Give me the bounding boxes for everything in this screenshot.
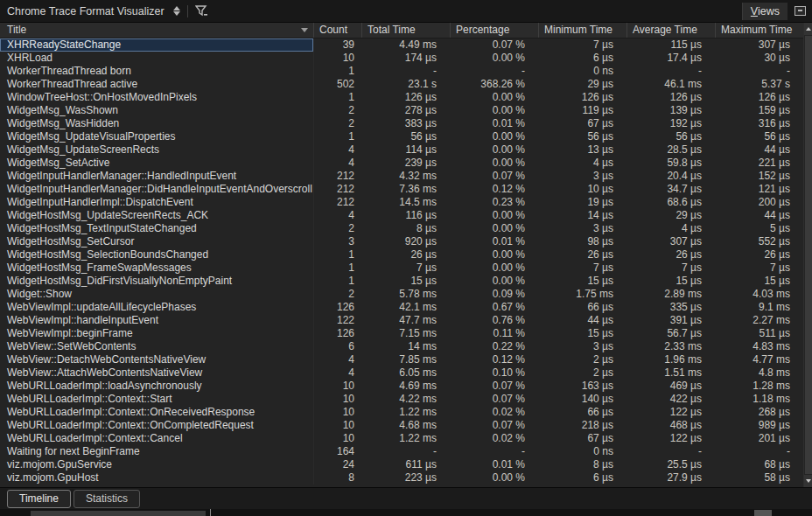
cell-minimum-time: 44 µs: [538, 314, 626, 327]
cell-minimum-time: 67 µs: [538, 432, 626, 445]
cell-title: WebView::AttachWebContentsNativeView: [0, 366, 313, 380]
cell-total-time: 920 µs: [361, 235, 450, 248]
cell-minimum-time: 4 µs: [538, 157, 626, 170]
cell-percentage: 0.09 %: [450, 288, 538, 301]
cell-total-time: 4.22 ms: [361, 393, 450, 406]
cell-minimum-time: 10 µs: [538, 183, 626, 196]
cell-count: 1: [313, 248, 361, 261]
table-row[interactable]: WidgetMsg_UpdateVisualProperties156 µs0.…: [0, 130, 803, 143]
table-row[interactable]: WorkerThreadThread born1--0 ns--: [0, 65, 803, 78]
cell-count: 24: [313, 458, 361, 471]
table-row[interactable]: WidgetInputHandlerManager::DidHandleInpu…: [0, 183, 803, 196]
cell-maximum-time: -: [715, 65, 803, 78]
column-header-total-time[interactable]: Total Time: [361, 23, 450, 38]
table-row[interactable]: Widget::Show25.78 ms0.09 %1.75 ms2.89 ms…: [0, 288, 803, 301]
statistics-table: Title Count Total Time Percentage Minimu…: [0, 23, 803, 487]
cell-minimum-time: 163 µs: [538, 380, 626, 393]
filter-icon[interactable]: [195, 5, 209, 17]
scroll-down-button[interactable]: [804, 475, 812, 487]
table-row[interactable]: XHRLoad10174 µs0.00 %6 µs17.4 µs30 µs: [0, 52, 803, 65]
cell-count: 212: [313, 170, 361, 183]
table-row[interactable]: WidgetMsg_WasShown2278 µs0.00 %119 µs139…: [0, 104, 803, 117]
table-row[interactable]: WebURLLoaderImpl::loadAsynchronously104.…: [0, 380, 803, 393]
cell-total-time: 47.7 ms: [361, 314, 450, 327]
cell-maximum-time: -: [715, 445, 803, 458]
table-row[interactable]: WebView::DetachWebContentsNativeView47.8…: [0, 353, 803, 366]
table-row[interactable]: WebViewImpl::handleInputEvent12247.7 ms0…: [0, 314, 803, 327]
cell-average-time: 15 µs: [626, 275, 715, 288]
table-row[interactable]: viz.mojom.GpuService24611 µs0.01 %8 µs25…: [0, 458, 803, 471]
cell-total-time: 6.05 ms: [361, 366, 450, 380]
cell-average-time: -: [626, 445, 715, 458]
table-row[interactable]: WindowTreeHost::OnHostMovedInPixels1126 …: [0, 91, 803, 104]
toolbar-divider: [187, 5, 188, 17]
table-row[interactable]: WidgetHostMsg_DidFirstVisuallyNonEmptyPa…: [0, 275, 803, 288]
table-row[interactable]: XHRReadyStateChange394.49 ms0.07 %7 µs11…: [0, 38, 803, 52]
views-button[interactable]: Views: [742, 3, 788, 20]
table-row[interactable]: WebView::AttachWebContentsNativeView46.0…: [0, 366, 803, 380]
cell-maximum-time: 58 µs: [715, 471, 803, 485]
column-header-maximum-time[interactable]: Maximum Time: [715, 23, 803, 38]
scroll-up-button[interactable]: [804, 23, 812, 35]
cell-average-time: 139 µs: [626, 104, 715, 117]
table-row[interactable]: WebViewImpl::updateAllLifecyclePhases126…: [0, 301, 803, 314]
table-row[interactable]: WidgetHostMsg_TextInputStateChanged28 µs…: [0, 222, 803, 235]
cell-average-time: 46.1 ms: [626, 78, 715, 91]
cell-maximum-time: 316 µs: [715, 117, 803, 130]
cell-maximum-time: 307 µs: [715, 38, 803, 52]
cell-count: 212: [313, 196, 361, 209]
table-row[interactable]: WebURLLoaderImpl::Context::OnCompletedRe…: [0, 419, 803, 432]
column-header-average-time[interactable]: Average Time: [626, 23, 715, 38]
bottom-divider: [210, 509, 211, 516]
cell-minimum-time: 56 µs: [538, 130, 626, 143]
cell-maximum-time: 44 µs: [715, 209, 803, 222]
cell-title: WebURLLoaderImpl::Context::Cancel: [0, 432, 313, 445]
cell-total-time: 5.78 ms: [361, 288, 450, 301]
table-row[interactable]: WidgetMsg_UpdateScreenRects4114 µs0.00 %…: [0, 143, 803, 157]
column-header-count[interactable]: Count: [313, 23, 361, 38]
table-row[interactable]: WidgetHostMsg_SetCursor3920 µs0.01 %98 µ…: [0, 235, 803, 248]
table-row[interactable]: WidgetHostMsg_SelectionBoundsChanged126 …: [0, 248, 803, 261]
cell-percentage: 0.00 %: [450, 248, 538, 261]
table-row[interactable]: WidgetMsg_WasHidden2383 µs0.01 %67 µs192…: [0, 117, 803, 130]
cell-average-time: 122 µs: [626, 432, 715, 445]
toolbar: Chrome Trace Format Visualizer Views: [0, 0, 812, 23]
horizontal-scrollbar-thumb[interactable]: [31, 511, 206, 516]
bottom-panel-strip: [0, 509, 812, 516]
tab-timeline[interactable]: Timeline: [7, 490, 71, 508]
cell-maximum-time: 126 µs: [715, 91, 803, 104]
panel-title: Chrome Trace Format Visualizer: [0, 5, 164, 17]
table-row[interactable]: WidgetHostMsg_UpdateScreenRects_ACK4116 …: [0, 209, 803, 222]
vertical-scrollbar[interactable]: [803, 23, 812, 487]
table-row[interactable]: WebURLLoaderImpl::Context::Cancel101.22 …: [0, 432, 803, 445]
table-row[interactable]: WidgetInputHandlerImpl::DispatchEvent212…: [0, 196, 803, 209]
table-row[interactable]: WidgetHostMsg_FrameSwapMessages17 µs0.00…: [0, 261, 803, 275]
table-row[interactable]: WebViewImpl::beginFrame1267.15 ms0.11 %1…: [0, 327, 803, 340]
table-row[interactable]: viz.mojom.GpuHost8223 µs0.00 %6 µs27.9 µ…: [0, 471, 803, 485]
sort-descending-icon: [301, 28, 308, 32]
table-row[interactable]: WebURLLoaderImpl::Context::Start104.22 m…: [0, 393, 803, 406]
table-row[interactable]: WidgetInputHandlerManager::HandledInputE…: [0, 170, 803, 183]
column-header-title[interactable]: Title: [0, 23, 313, 38]
cell-average-time: 26 µs: [626, 248, 715, 261]
table-row[interactable]: Waiting for next BeginFrame164--0 ns--: [0, 445, 803, 458]
cell-title: Widget::Show: [0, 288, 313, 301]
collapse-panel-button[interactable]: [790, 3, 809, 20]
table-row[interactable]: WorkerThreadThread active50223.1 s368.26…: [0, 78, 803, 91]
cell-count: 4: [313, 143, 361, 157]
splitter-grip[interactable]: [754, 510, 772, 516]
vertical-scrollbar-thumb[interactable]: [805, 36, 812, 474]
column-header-minimum-time[interactable]: Minimum Time: [538, 23, 626, 38]
cell-maximum-time: 9.1 ms: [715, 301, 803, 314]
cell-title: WidgetHostMsg_DidFirstVisuallyNonEmptyPa…: [0, 275, 313, 288]
cell-minimum-time: 1.75 ms: [538, 288, 626, 301]
cell-minimum-time: 2 µs: [538, 366, 626, 380]
cell-minimum-time: 7 µs: [538, 261, 626, 275]
table-row[interactable]: WidgetMsg_SetActive4239 µs0.00 %4 µs59.8…: [0, 157, 803, 170]
table-row[interactable]: WebView::SetWebContents614 ms0.22 %3 µs2…: [0, 340, 803, 353]
table-row[interactable]: WebURLLoaderImpl::Context::OnReceivedRes…: [0, 406, 803, 419]
perspective-selector-icon[interactable]: [173, 6, 180, 16]
cell-count: 10: [313, 419, 361, 432]
tab-statistics[interactable]: Statistics: [74, 490, 140, 508]
column-header-percentage[interactable]: Percentage: [450, 23, 538, 38]
